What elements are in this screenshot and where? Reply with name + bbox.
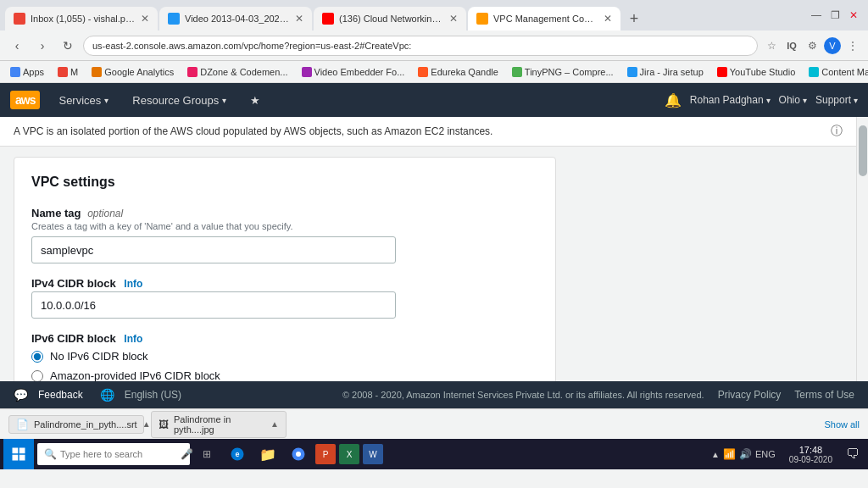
language-label[interactable]: English (US) xyxy=(125,389,181,401)
no-ipv6-label: No IPv6 CIDR block xyxy=(50,350,148,363)
tab-gmail-close[interactable]: ✕ xyxy=(141,13,149,25)
system-clock[interactable]: 17:48 09-09-2020 xyxy=(782,445,839,464)
vpc-settings-title: VPC settings xyxy=(31,175,538,190)
task-view-button[interactable]: ⊞ xyxy=(193,441,220,468)
bookmark-jira[interactable]: Jira - Jira setup xyxy=(624,66,707,78)
excel-icon[interactable]: X xyxy=(339,444,359,464)
name-tag-optional: optional xyxy=(87,208,123,219)
scrollbar-thumb[interactable] xyxy=(859,125,867,176)
download-file-icon-1: 🖼 xyxy=(159,419,169,430)
vpc-settings-card: VPC settings Name tag optional Creates a… xyxy=(14,157,556,381)
region-menu[interactable]: Ohio ▾ xyxy=(779,94,807,106)
forward-button[interactable]: › xyxy=(32,36,53,56)
tray-arrow-icon[interactable]: ▲ xyxy=(711,450,720,459)
bookmark-apps[interactable]: Apps xyxy=(7,66,47,78)
aws-navbar: aws Services ▾ Resource Groups ▾ ★ 🔔 Roh… xyxy=(0,83,868,117)
maximize-button[interactable]: ❐ xyxy=(829,9,841,21)
download-file-icon-0: 📄 xyxy=(16,419,29,430)
tray-volume-icon[interactable]: 🔊 xyxy=(739,448,752,460)
show-all-downloads[interactable]: Show all xyxy=(824,419,860,430)
download-chevron-0[interactable]: ▲ xyxy=(142,419,151,429)
tab-gmail-label: Inbox (1,055) - vishal.p@greatle... xyxy=(31,14,136,24)
tab-video[interactable]: Video 2013-04-03_2020-09-09 C... ✕ xyxy=(159,7,312,30)
bookmark-star-icon[interactable]: ☆ xyxy=(763,37,780,54)
download-label-1: Palindrome in pyth....jpg xyxy=(174,414,265,435)
notification-center-button[interactable]: 🗨 xyxy=(841,439,865,469)
download-item-0[interactable]: 📄 Palindrome_in_pyth....srt ▲ xyxy=(8,415,144,434)
bookmark-youtube-studio[interactable]: YouTube Studio xyxy=(714,66,798,78)
download-item-1[interactable]: 🖼 Palindrome in pyth....jpg ▲ xyxy=(151,411,287,438)
support-menu[interactable]: Support ▾ xyxy=(815,94,858,106)
svg-rect-1 xyxy=(19,448,25,454)
jira-favicon xyxy=(627,67,637,77)
ipv4-cidr-group: IPv4 CIDR block Info xyxy=(31,277,538,319)
name-tag-input[interactable] xyxy=(31,236,396,263)
chrome-icon[interactable] xyxy=(285,441,312,468)
tab-aws-close[interactable]: ✕ xyxy=(604,13,612,25)
gmail-favicon xyxy=(14,13,25,25)
bookmark-ga-label: Google Analytics xyxy=(104,67,174,77)
scrollbar-track[interactable] xyxy=(856,117,868,381)
ipv4-info-link[interactable]: Info xyxy=(124,278,142,290)
star-nav-item[interactable]: ★ xyxy=(245,83,265,117)
eng-label[interactable]: ENG xyxy=(755,449,776,459)
powerpoint-icon[interactable]: P xyxy=(315,444,336,464)
word-icon[interactable]: W xyxy=(363,444,383,464)
tray-network-icon[interactable]: 📶 xyxy=(723,448,736,460)
back-button[interactable]: ‹ xyxy=(7,36,27,56)
taskbar-apps: ⊞ e 📁 P X W xyxy=(193,441,383,468)
no-ipv6-option[interactable]: No IPv6 CIDR block xyxy=(31,350,538,363)
terms-of-use-link[interactable]: Terms of Use xyxy=(794,389,854,401)
amazon-ipv6-radio[interactable] xyxy=(31,370,43,382)
bookmark-content-mkt-label: Content Marketer a... xyxy=(821,67,868,77)
bookmark-gmail[interactable]: M xyxy=(54,66,81,78)
taskbar-search-input[interactable] xyxy=(60,449,177,459)
menu-icon[interactable]: ⋮ xyxy=(844,37,861,54)
tab-youtube[interactable]: (136) Cloud Networking With AW... ✕ xyxy=(314,7,466,30)
aws-logo[interactable]: aws xyxy=(10,91,40,109)
tab-aws[interactable]: VPC Management Console ✕ xyxy=(468,7,620,30)
address-input[interactable] xyxy=(83,36,758,56)
feedback-label[interactable]: Feedback xyxy=(38,389,83,401)
iq-icon[interactable]: IQ xyxy=(783,37,800,54)
notification-icon: 🗨 xyxy=(846,446,860,462)
resource-groups-chevron-icon: ▾ xyxy=(222,96,226,105)
resource-groups-label: Resource Groups xyxy=(132,94,219,107)
start-button[interactable] xyxy=(3,439,34,469)
tab-video-close[interactable]: ✕ xyxy=(295,13,303,25)
bookmark-content-mkt[interactable]: Content Marketer a... xyxy=(805,66,868,78)
notifications-bell-icon[interactable]: 🔔 xyxy=(665,92,682,108)
no-ipv6-radio[interactable] xyxy=(31,351,43,363)
user-menu[interactable]: Rohan Padghan ▾ xyxy=(690,94,771,106)
download-chevron-1[interactable]: ▲ xyxy=(270,419,279,429)
support-label: Support xyxy=(815,94,851,106)
bookmark-tinypng[interactable]: TinyPNG – Compre... xyxy=(509,66,617,78)
privacy-policy-link[interactable]: Privacy Policy xyxy=(718,389,782,401)
close-button[interactable]: ✕ xyxy=(848,9,860,21)
services-nav-item[interactable]: Services ▾ xyxy=(53,83,114,117)
minimize-button[interactable]: — xyxy=(810,9,822,21)
bookmark-edureka[interactable]: Edureka Qandle xyxy=(415,66,502,78)
file-explorer-icon[interactable]: 📁 xyxy=(254,441,281,468)
system-tray: ▲ 📶 🔊 ENG xyxy=(706,448,781,460)
ipv6-info-link[interactable]: Info xyxy=(124,333,142,345)
bookmark-video-emb[interactable]: Video Embedder Fo... xyxy=(298,66,409,78)
bookmark-ga[interactable]: Google Analytics xyxy=(88,66,177,78)
profile-icon[interactable]: V xyxy=(824,37,841,54)
svg-rect-2 xyxy=(13,455,19,461)
edge-browser-icon[interactable]: e xyxy=(224,441,251,468)
tab-gmail[interactable]: Inbox (1,055) - vishal.p@greatle... ✕ xyxy=(5,7,158,30)
new-tab-button[interactable]: + xyxy=(622,7,646,30)
support-chevron-icon: ▾ xyxy=(854,96,858,105)
ipv4-cidr-input[interactable] xyxy=(31,291,396,319)
window-controls: — ❐ ✕ xyxy=(810,9,868,21)
bookmarks-bar: Apps M Google Analytics DZone & Codemen.… xyxy=(0,61,868,83)
amazon-ipv6-option[interactable]: Amazon-provided IPv6 CIDR block xyxy=(31,369,538,381)
resource-groups-nav-item[interactable]: Resource Groups ▾ xyxy=(127,83,231,117)
refresh-button[interactable]: ↻ xyxy=(58,36,78,56)
tab-youtube-close[interactable]: ✕ xyxy=(449,13,458,25)
bookmark-dzone[interactable]: DZone & Codemen... xyxy=(184,66,291,78)
mic-icon[interactable]: 🎤 xyxy=(181,448,193,460)
taskbar-search-box[interactable]: 🔍 🎤 xyxy=(37,443,190,465)
extensions-icon[interactable]: ⚙ xyxy=(804,37,821,54)
